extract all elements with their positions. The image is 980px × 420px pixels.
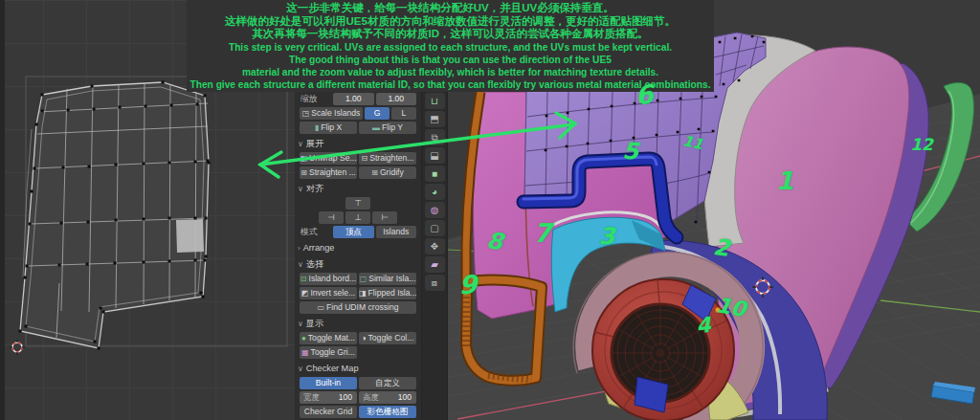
viewport-tool-strip[interactable]: ⊔⬒⧉⬓■◕◍▢✥▰⧇ xyxy=(422,91,448,420)
similar-islands-button[interactable]: ▢Similar Isla... xyxy=(359,273,416,285)
sphere-project-tool-icon[interactable]: ◍ xyxy=(425,202,445,218)
find-udim-button[interactable]: ▭Find UDIM crossing xyxy=(300,301,416,314)
island-border-button[interactable]: ⊡Island bord... xyxy=(300,273,357,285)
section-unwrap[interactable]: ∨展开 xyxy=(298,138,418,150)
toggle-color-button[interactable]: ◑Toggle Col... xyxy=(359,332,416,344)
uv-editor-left-border xyxy=(0,0,5,420)
mode-vertex-button[interactable]: 顶点 xyxy=(333,226,374,238)
annotation-line: 这一步非常关键，给每一块结构分配好UV，并且UV必须保持垂直。 xyxy=(187,2,714,15)
gridify-icon: ⊞ xyxy=(371,168,378,177)
scale-x-field[interactable]: 1.00 xyxy=(333,93,374,105)
flip-x-icon: ▮ xyxy=(315,123,319,132)
checker-height-field[interactable]: 高度100 xyxy=(359,391,416,404)
uv-tools-panel[interactable]: 缩放 1.00 1.00 ◳Scale Islands G L ▮Flip X … xyxy=(295,91,422,420)
invert-selection-icon: ◩ xyxy=(301,289,309,298)
annotation-line: material and the zoom value to adjust fl… xyxy=(187,66,714,78)
flip-y-button[interactable]: ▬Flip Y xyxy=(359,122,416,134)
flip-x-button[interactable]: ▮Flip X xyxy=(300,122,357,134)
checker-grid-button[interactable]: Checker Grid xyxy=(300,406,357,418)
section-select[interactable]: ∨选择 xyxy=(298,258,418,271)
island-border-icon: ⊡ xyxy=(301,275,307,283)
annotation-en-lines: This step is very critical. UVs are assi… xyxy=(187,41,714,91)
invert-selection-button[interactable]: ◩Invert sele... xyxy=(300,287,357,299)
uv-island[interactable] xyxy=(20,82,209,348)
selected-uv-face[interactable] xyxy=(176,219,204,253)
checker-width-field[interactable]: 宽度100 xyxy=(300,391,357,404)
part-red-engine[interactable] xyxy=(592,279,734,420)
scale-y-field[interactable]: 1.00 xyxy=(376,93,417,105)
object-origin-dot xyxy=(715,307,720,312)
quad-fill-tool-icon[interactable]: ■ xyxy=(425,166,445,182)
mode-islands-button[interactable]: Islands xyxy=(376,226,417,238)
align-top-button[interactable]: ⊤ xyxy=(345,197,370,210)
quad-island-tool-icon[interactable]: ▰ xyxy=(425,256,445,273)
local-axis-button[interactable]: L xyxy=(391,107,416,120)
color-grid-button[interactable]: 彩色栅格图 xyxy=(359,406,416,418)
flip-y-icon: ▬ xyxy=(372,123,380,132)
flipped-islands-icon: ◨ xyxy=(359,289,367,298)
annotation-line: 这样做的好处是可以利用UE5材质的方向和缩放数值进行灵活的调整，更好的适配贴图细… xyxy=(187,15,714,29)
straighten-island-button[interactable]: ⊞Straighten ... xyxy=(300,166,357,179)
unwrap-selected-button[interactable]: ◧Unwrap Se... xyxy=(300,152,357,165)
find-udim-icon: ▭ xyxy=(317,303,324,312)
toggle-material-icon: ● xyxy=(301,334,306,343)
section-checker-map[interactable]: ∨Checker Map xyxy=(298,363,418,375)
pin-star-tool-icon[interactable]: ✥ xyxy=(425,238,445,254)
uv-2d-cursor[interactable] xyxy=(10,340,25,355)
straighten-island-icon: ⊞ xyxy=(301,168,307,177)
similar-islands-icon: ▢ xyxy=(360,275,368,283)
align-bottom-button[interactable]: ⊥ xyxy=(345,211,370,224)
checker-builtin-button[interactable]: Built-in xyxy=(300,377,357,389)
unwrap-icon: ◧ xyxy=(300,154,307,163)
flipped-islands-button[interactable]: ◨Flipped Isla... xyxy=(359,287,416,299)
blender-window: 这一步非常关键，给每一块结构分配好UV，并且UV必须保持垂直。这样做的好处是可以… xyxy=(0,0,980,420)
section-align[interactable]: ∨对齐 xyxy=(298,183,418,195)
straighten-icon: ⊟ xyxy=(361,154,368,163)
scale-islands-button[interactable]: ◳Scale Islands xyxy=(300,107,363,120)
toggle-grid-icon: ▦ xyxy=(301,348,309,357)
box-top-tool-icon[interactable]: ⊔ xyxy=(425,93,445,109)
toggle-material-button[interactable]: ●Toggle Mat... xyxy=(300,332,357,344)
align-right-button[interactable]: ⊢ xyxy=(372,211,397,224)
annotation-line: This step is very critical. UVs are assi… xyxy=(187,41,714,54)
export-uv-tool-icon[interactable]: ⧇ xyxy=(425,275,445,291)
global-axis-button[interactable]: G xyxy=(365,107,390,120)
annotation-text-box: 这一步非常关键，给每一块结构分配好UV，并且UV必须保持垂直。这样做的好处是可以… xyxy=(187,0,714,92)
align-left-button[interactable]: ⊣ xyxy=(319,211,344,224)
cut-box-tool-icon[interactable]: ⬓ xyxy=(425,147,445,164)
section-display[interactable]: ∨显示 xyxy=(298,318,418,330)
checker-custom-button[interactable]: 自定义 xyxy=(359,377,416,389)
scale-islands-icon: ◳ xyxy=(302,109,310,118)
annotation-cn-lines: 这一步非常关键，给每一块结构分配好UV，并且UV必须保持垂直。这样做的好处是可以… xyxy=(187,2,714,41)
section-arrange[interactable]: ›Arrange xyxy=(298,242,418,254)
copy-islands-tool-icon[interactable]: ⧉ xyxy=(425,129,445,145)
pie-segment-tool-icon[interactable]: ◕ xyxy=(425,184,445,200)
straighten-button[interactable]: ⊟Straighten... xyxy=(359,152,416,165)
gridify-button[interactable]: ⊞Gridify xyxy=(359,166,416,179)
box-project-tool-icon[interactable]: ▢ xyxy=(425,220,445,236)
box-lid-tool-icon[interactable]: ⬒ xyxy=(425,111,445,127)
toggle-color-icon: ◑ xyxy=(362,334,367,343)
mode-label: 模式 xyxy=(300,226,331,238)
toggle-grid-button[interactable]: ▦Toggle Gri... xyxy=(300,346,357,359)
annotation-line: Then give each structure a different mat… xyxy=(187,78,714,91)
annotation-line: The good thing about this is that you ca… xyxy=(187,54,714,66)
scale-label: 缩放 xyxy=(300,93,331,105)
annotation-line: 其次再将每一块结构赋予不同的材质ID，这样可以灵活的尝试各种金属材质搭配。 xyxy=(187,28,714,41)
